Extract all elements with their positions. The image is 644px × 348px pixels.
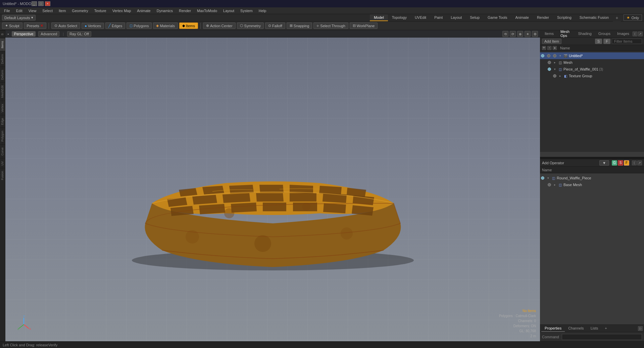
menu-dynamics[interactable]: Dynamics xyxy=(154,8,176,13)
lock-btn-untitled[interactable] xyxy=(546,53,551,58)
panel-tab-images[interactable]: Images xyxy=(614,31,633,37)
tab-setup[interactable]: Setup xyxy=(466,14,484,21)
panel-tab-shading[interactable]: Shading xyxy=(575,31,595,37)
tab-layout[interactable]: Layout xyxy=(447,14,466,21)
sculpt-btn[interactable]: ✦ Sculpt xyxy=(2,23,22,29)
items-btn[interactable]: ◆ Items xyxy=(179,23,198,29)
vis-btn-untitled[interactable] xyxy=(540,53,545,58)
vert-tab-deform[interactable]: Deform xyxy=(0,51,5,67)
vert-tab-polygon[interactable]: Polygon xyxy=(0,128,5,144)
panel-float-btn[interactable]: ↗ xyxy=(638,32,643,36)
tab-game-tools[interactable]: Game Tools xyxy=(484,14,511,21)
vis-all-btn[interactable]: S xyxy=(595,39,602,44)
op-vis-btn-round-waffle[interactable] xyxy=(540,175,545,181)
add-item-btn[interactable]: Add Item xyxy=(542,39,561,44)
expand-texture-group[interactable]: ▸ xyxy=(558,74,562,78)
vert-tab-curve[interactable]: Curve xyxy=(0,144,5,158)
expand-piece-waffle[interactable]: ▾ xyxy=(553,67,557,71)
panel-tab-groups[interactable]: Groups xyxy=(595,31,614,37)
viewport-settings-icon[interactable]: ⚙ xyxy=(532,31,538,37)
op-s-btn[interactable]: S xyxy=(618,160,623,166)
command-input[interactable] xyxy=(562,334,642,340)
eye-all-btn[interactable]: F xyxy=(603,39,610,44)
menu-item[interactable]: Item xyxy=(56,8,68,13)
bottom-tab-properties[interactable]: Properties xyxy=(541,325,565,332)
viewport-type-btn[interactable]: Perspective xyxy=(12,31,36,37)
auto-select-btn[interactable]: ⊙ Auto Select xyxy=(51,23,80,29)
op-tree-item-base-mesh[interactable]: ▸ ◫ Base Mesh xyxy=(540,181,644,188)
tree-item-piece-waffle[interactable]: ▾ ◫ Piece_of_Waffle_001 (3) xyxy=(540,66,644,73)
bottom-tab-add[interactable]: + xyxy=(601,325,610,332)
menu-layout[interactable]: Layout xyxy=(220,8,237,13)
materials-btn[interactable]: ◈ Materials xyxy=(153,23,178,29)
tab-paint[interactable]: Paint xyxy=(430,14,447,21)
menu-select[interactable]: Select xyxy=(40,8,55,13)
viewport[interactable]: ● Perspective Advanced | Ray GL: Off ⟲ ⟳… xyxy=(5,30,540,341)
vert-tab-deform2[interactable]: Deform xyxy=(0,67,5,83)
vert-tab-b[interactable]: B xyxy=(0,30,5,38)
filter-items-input[interactable] xyxy=(612,39,642,44)
vis-btn-texture-group[interactable] xyxy=(552,73,557,79)
op-expand-round-waffle[interactable]: ▾ xyxy=(546,176,550,180)
op-expand-btn[interactable]: ⟨ xyxy=(632,161,637,165)
viewport-zoom-icon[interactable]: ⊕ xyxy=(517,31,523,37)
vert-tab-items[interactable]: Items xyxy=(0,38,5,51)
vert-tab-meshedit[interactable]: MeshEdit xyxy=(0,82,5,101)
menu-animate[interactable]: Animate xyxy=(134,8,153,13)
op-f-btn[interactable]: F xyxy=(624,160,629,166)
maximize-btn[interactable]: □ xyxy=(38,1,44,6)
col-lock-btn[interactable]: + xyxy=(547,46,551,50)
tab-topology[interactable]: Topology xyxy=(388,14,411,21)
menu-maxtomodo[interactable]: MaxToModo xyxy=(194,8,220,13)
op-expand-base-mesh[interactable]: ▸ xyxy=(553,183,557,187)
minimize-btn[interactable]: _ xyxy=(32,1,37,6)
vert-tab-edge[interactable]: Edge xyxy=(0,115,5,128)
edges-btn[interactable]: ╱ Edges xyxy=(105,23,125,29)
tree-item-mesh[interactable]: ▸ ◫ Mesh xyxy=(540,59,644,66)
bottom-tab-channels[interactable]: Channels xyxy=(565,325,587,332)
viewport-advanced-btn[interactable]: Advanced xyxy=(38,31,59,37)
symmetry-btn[interactable]: ⬡ Symmetry xyxy=(237,23,264,29)
menu-system[interactable]: System xyxy=(238,8,255,13)
vert-tab-fusion[interactable]: Fusion xyxy=(0,168,5,183)
bottom-tab-lists[interactable]: Lists xyxy=(587,325,602,332)
op-vis-btn-base-mesh[interactable] xyxy=(547,182,552,187)
render-btn-untitled[interactable] xyxy=(552,53,557,58)
panel-tab-items[interactable]: Items xyxy=(541,31,557,37)
col-render-btn[interactable]: ◈ xyxy=(553,46,557,50)
op-dropdown[interactable]: ▼ xyxy=(599,160,609,166)
expand-untitled[interactable]: ▾ xyxy=(558,54,562,58)
falloff-btn[interactable]: ⊙ Falloff xyxy=(265,23,285,29)
viewport-light-icon[interactable]: ☀ xyxy=(525,31,531,37)
tab-add-btn[interactable]: + xyxy=(613,14,621,21)
op-float-btn[interactable]: ↗ xyxy=(637,161,642,165)
menu-geometry[interactable]: Geometry xyxy=(69,8,91,13)
only-button[interactable]: ★ Only xyxy=(624,14,642,21)
op-tree-item-round-waffle[interactable]: ▾ ◫ Round_Waffle_Piece xyxy=(540,175,644,181)
vertices-btn[interactable]: ● Vertices xyxy=(82,23,104,29)
panel-expand-btn[interactable]: ⟨ xyxy=(633,32,637,36)
menu-file[interactable]: File xyxy=(1,8,13,13)
action-center-btn[interactable]: ⊕ Action Center xyxy=(203,23,236,29)
menu-help[interactable]: Help xyxy=(256,8,269,13)
tab-render[interactable]: Render xyxy=(533,14,553,21)
op-g-btn[interactable]: G xyxy=(612,160,617,166)
tab-schematic-fusion[interactable]: Schematic Fusion xyxy=(576,14,613,21)
menu-texture[interactable]: Texture xyxy=(92,8,109,13)
polygons-btn[interactable]: ◻ Polygons xyxy=(127,23,152,29)
workplane-btn[interactable]: ⊟ WorkPlane xyxy=(350,23,378,29)
vert-tab-uv[interactable]: UV xyxy=(0,158,5,168)
viewport-render-icon[interactable]: ⟳ xyxy=(510,31,516,37)
bottom-expand-btn[interactable]: ⟩⟩ xyxy=(638,326,643,331)
viewport-raygl-btn[interactable]: Ray GL: Off xyxy=(67,31,91,37)
menu-edit[interactable]: Edit xyxy=(13,8,25,13)
col-vis-btn[interactable]: 👁 xyxy=(542,46,546,50)
tab-uvedit[interactable]: UVEdit xyxy=(411,14,430,21)
layout-dropdown[interactable]: Default Layouts ▾ xyxy=(2,15,36,20)
snapping-btn[interactable]: ⊞ Snapping xyxy=(287,23,312,29)
close-btn[interactable]: ✕ xyxy=(45,1,50,6)
viewport-reset-icon[interactable]: ⟲ xyxy=(502,31,508,37)
vis-btn-piece-waffle[interactable] xyxy=(547,67,552,72)
tab-model[interactable]: Model xyxy=(370,14,388,21)
vis-btn-mesh[interactable] xyxy=(547,60,552,65)
